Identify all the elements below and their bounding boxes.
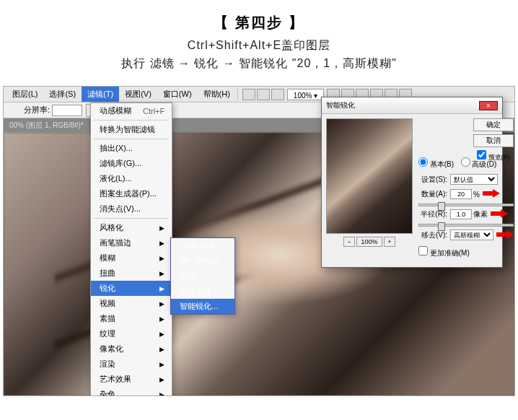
menu-liquify[interactable]: 液化(L)... [91, 171, 172, 186]
menu-video[interactable]: 视频▶ [91, 296, 172, 311]
submenu-arrow-icon: ▶ [159, 361, 164, 368]
zoom-in-button[interactable]: + [384, 237, 395, 247]
radius-unit: 像素 [473, 209, 488, 219]
settings-row: 设置(S): 默认值 [418, 174, 514, 185]
menu-stylize[interactable]: 风格化▶ [91, 220, 172, 235]
amount-unit: % [473, 191, 480, 198]
submenu-usm-sharpen[interactable]: USM 锐化... [171, 238, 234, 253]
accurate-checkbox-input[interactable] [418, 246, 428, 255]
menu-select[interactable]: 选择(S) [43, 87, 82, 102]
dialog-left: − 100% + [326, 118, 413, 263]
tool-icon[interactable] [257, 89, 270, 100]
separator [237, 89, 238, 100]
cancel-button[interactable]: 取消 [473, 134, 514, 147]
menu-item-label: 像素化 [100, 344, 123, 354]
submenu-arrow-icon: ▶ [159, 315, 164, 323]
remove-row: 移去(V): 高斯模糊 [418, 229, 514, 240]
menu-distort[interactable]: 扭曲▶ [91, 266, 172, 281]
resolution-field[interactable] [52, 105, 82, 116]
preview-image [327, 119, 412, 233]
menu-item-label: 扭曲 [100, 268, 115, 279]
submenu-arrow-icon: ▶ [159, 240, 164, 247]
dialog-titlebar[interactable]: 智能锐化 × [322, 97, 502, 114]
menu-item-label: 锐化 [180, 271, 196, 281]
remove-label: 移去(V): [418, 230, 447, 240]
settings-label: 设置(S): [418, 175, 447, 185]
submenu-arrow-icon: ▶ [159, 285, 164, 292]
accurate-checkbox[interactable]: 更加准确(M) [418, 246, 470, 258]
tool-icon[interactable] [271, 89, 284, 100]
submenu-arrow-icon: ▶ [159, 224, 164, 232]
menu-item-label: 转换为智能滤镜 [100, 124, 155, 135]
tool-icon[interactable] [242, 89, 255, 100]
menu-item-label: 模糊 [100, 253, 115, 263]
menu-item-label: 动感模糊 [100, 105, 131, 116]
photoshop-window: 图层(L) 选择(S) 滤镜(T) 视图(V) 窗口(W) 帮助(H) 100%… [3, 86, 515, 396]
remove-select[interactable]: 高斯模糊 [450, 229, 493, 240]
submenu-smart-sharpen[interactable]: 智能锐化... [171, 299, 234, 314]
close-icon[interactable]: × [479, 101, 498, 110]
preview-checkbox[interactable]: 预览(P) [477, 150, 510, 162]
menu-separator [94, 120, 169, 121]
menu-item-label: 画笔描边 [100, 237, 131, 248]
radius-input[interactable] [450, 209, 472, 219]
menu-item-label: 锐化边缘 [180, 286, 211, 297]
tutorial-header: 【 第四步 】 Ctrl+Shift+Alt+E盖印图层 执行 滤镜 → 锐化 … [0, 0, 518, 80]
menu-item-label: 抽出(X)... [100, 143, 133, 154]
tutorial-line-2: 执行 滤镜 → 锐化 → 智能锐化 "20，1，高斯模糊" [0, 56, 518, 71]
menu-artistic[interactable]: 艺术效果▶ [91, 372, 172, 387]
menu-pattern-maker[interactable]: 图案生成器(P)... [91, 186, 172, 201]
menu-sharpen[interactable]: 锐化▶ USM 锐化... 进一步锐化 锐化 锐化边缘 智能锐化... [91, 281, 172, 296]
submenu-arrow-icon: ▶ [159, 270, 164, 277]
menu-item-label: 锐化 [100, 283, 115, 294]
menu-item-label: 渲染 [100, 359, 115, 369]
amount-input[interactable] [450, 189, 472, 199]
menu-item-label: 素描 [100, 313, 115, 324]
settings-select[interactable]: 默认值 [450, 174, 498, 185]
menu-pixelate[interactable]: 像素化▶ [91, 341, 172, 356]
menu-layer[interactable]: 图层(L) [6, 87, 43, 102]
document-tab-1[interactable]: 00% (图层 1, RGB/8#)* [4, 118, 90, 133]
submenu-arrow-icon: ▶ [159, 331, 164, 338]
menu-blur[interactable]: 模糊▶ [91, 250, 172, 266]
menu-window[interactable]: 窗口(W) [157, 87, 198, 102]
menu-view[interactable]: 视图(V) [119, 87, 157, 102]
arrow-icon [483, 190, 500, 198]
menu-brush-strokes[interactable]: 画笔描边▶ [91, 235, 172, 250]
menu-item-label: 艺术效果 [100, 374, 131, 385]
preview-box[interactable] [326, 118, 413, 234]
arrow-icon [496, 231, 514, 240]
menu-help[interactable]: 帮助(H) [198, 87, 236, 102]
menu-sketch[interactable]: 素描▶ [91, 311, 172, 326]
menu-vanishing-point[interactable]: 消失点(V)... [91, 201, 172, 216]
menu-noise[interactable]: 杂色▶ [91, 387, 172, 396]
preview-zoom-bar: − 100% + [326, 237, 413, 247]
menu-filter-gallery[interactable]: 滤镜库(G)... [91, 156, 172, 171]
submenu-sharpen-more[interactable]: 进一步锐化 [171, 253, 234, 268]
menu-texture[interactable]: 纹理▶ [91, 326, 172, 341]
shortcut-label: Ctrl+F [143, 107, 164, 115]
smart-sharpen-dialog: 智能锐化 × − 100% + 确定 取消 预览(P) [321, 97, 503, 268]
submenu-sharpen[interactable]: 锐化 [171, 268, 234, 284]
radius-slider[interactable] [418, 224, 514, 227]
accurate-label: 更加准确(M) [430, 249, 470, 257]
menu-convert-smart[interactable]: 转换为智能滤镜 [91, 122, 172, 137]
radio-basic-input[interactable] [418, 157, 428, 167]
zoom-out-button[interactable]: − [343, 237, 355, 247]
sharpen-submenu: USM 锐化... 进一步锐化 锐化 锐化边缘 智能锐化... [170, 237, 235, 315]
menu-render[interactable]: 渲染▶ [91, 356, 172, 372]
menu-filter[interactable]: 滤镜(T) [82, 87, 119, 102]
menu-last-filter[interactable]: 动感模糊 Ctrl+F [91, 103, 172, 118]
amount-slider[interactable] [418, 204, 514, 206]
preview-checkbox-input[interactable] [477, 150, 486, 159]
menu-item-label: USM 锐化... [180, 240, 222, 251]
radio-basic[interactable]: 基本(B) [418, 157, 454, 170]
menu-separator [94, 218, 169, 219]
submenu-arrow-icon: ▶ [159, 300, 164, 307]
ok-button[interactable]: 确定 [473, 118, 514, 131]
zoom-select[interactable]: 100% ▾ [287, 89, 324, 100]
menu-item-label: 视频 [100, 298, 115, 309]
submenu-sharpen-edges[interactable]: 锐化边缘 [171, 284, 234, 299]
menu-extract[interactable]: 抽出(X)... [91, 141, 172, 156]
zoom-value: 100% [356, 237, 382, 247]
